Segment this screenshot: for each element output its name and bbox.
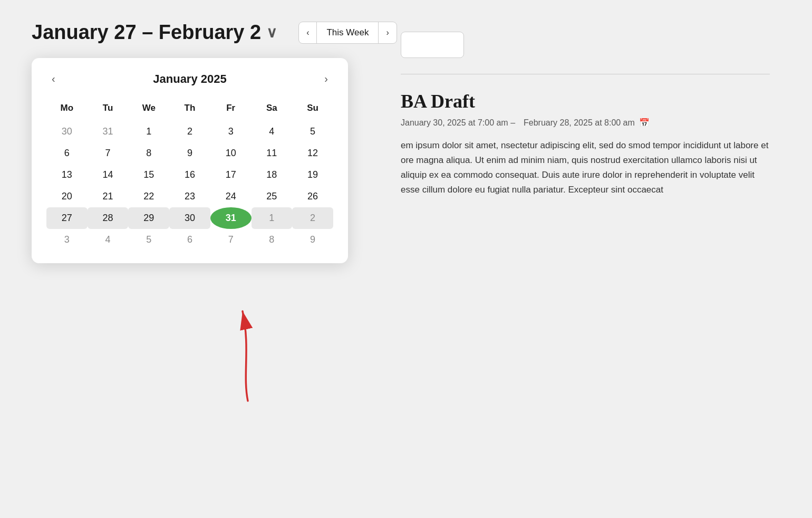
chevron-down-icon[interactable]: ∨ [266,24,277,41]
calendar-day[interactable]: 10 [210,142,252,164]
date-range-title: January 27 – February 2 ∨ [32,21,277,44]
calendar-day[interactable]: 31 [88,121,129,142]
calendar-day[interactable]: 30 [169,207,210,229]
calendar-day[interactable]: 1 [128,121,169,142]
calendar-day[interactable]: 2 [169,121,210,142]
header-row: January 27 – February 2 ∨ ‹ This Week › [32,21,780,44]
event-date-end: February 28, 2025 at 8:00 am [524,118,635,128]
calendar-day[interactable]: 18 [252,164,293,186]
calendar-day[interactable]: 13 [46,164,88,186]
calendar-icon: 📅 [639,118,650,128]
calendar-day[interactable]: 31 [210,207,252,229]
calendar-day[interactable]: 17 [210,164,252,186]
calendar-week-5: 3456789 [46,229,333,251]
calendar-day[interactable]: 26 [292,186,333,207]
next-week-button[interactable]: › [379,23,396,43]
calendar-day[interactable]: 6 [169,229,210,251]
calendar-day[interactable]: 29 [128,207,169,229]
calendar-month-title: January 2025 [153,72,226,86]
calendar-week-3: 20212223242526 [46,186,333,207]
day-header-su: Su [292,99,333,121]
calendar-day[interactable]: 12 [292,142,333,164]
divider [401,74,770,74]
calendar-day[interactable]: 25 [252,186,293,207]
calendar-week-1: 6789101112 [46,142,333,164]
week-nav: ‹ This Week › [298,22,397,44]
calendar-day[interactable]: 28 [88,207,129,229]
date-range-text: January 27 – February 2 [32,21,261,44]
calendar-day[interactable]: 5 [128,229,169,251]
calendar-day[interactable]: 3 [46,229,88,251]
calendar-day[interactable]: 15 [128,164,169,186]
calendar-day[interactable]: 9 [169,142,210,164]
calendar-day[interactable]: 1 [252,207,293,229]
calendar-day[interactable]: 8 [252,229,293,251]
calendar-day[interactable]: 21 [88,186,129,207]
day-header-fr: Fr [210,99,252,121]
calendar-day[interactable]: 2 [292,207,333,229]
this-week-label: This Week [316,22,379,43]
calendar-day-headers: Mo Tu We Th Fr Sa Su [46,99,333,121]
calendar-grid: Mo Tu We Th Fr Sa Su 3031123456789101112… [46,99,333,251]
calendar-day[interactable]: 16 [169,164,210,186]
calendar-week-0: 303112345 [46,121,333,142]
calendar-day[interactable]: 23 [169,186,210,207]
calendar-day[interactable]: 27 [46,207,88,229]
calendar-day[interactable]: 30 [46,121,88,142]
calendar-prev-button[interactable]: ‹ [46,71,61,87]
calendar-day[interactable]: 4 [88,229,129,251]
calendar-day[interactable]: 20 [46,186,88,207]
right-panel: BA Draft January 30, 2025 at 7:00 am – F… [380,21,791,208]
calendar-header: ‹ January 2025 › [46,71,333,87]
event-date: January 30, 2025 at 7:00 am – February 2… [401,118,770,128]
calendar-day[interactable]: 7 [88,142,129,164]
calendar-next-button[interactable]: › [319,71,333,87]
calendar-day[interactable]: 4 [252,121,293,142]
event-date-start: January 30, 2025 at 7:00 am – [401,118,515,128]
calendar-day[interactable]: 11 [252,142,293,164]
calendar-day[interactable]: 9 [292,229,333,251]
calendar-day[interactable]: 19 [292,164,333,186]
day-header-tu: Tu [88,99,129,121]
calendar-week-4: 272829303112 [46,207,333,229]
calendar-day[interactable]: 7 [210,229,252,251]
arrow-annotation [200,295,306,414]
day-header-sa: Sa [252,99,293,121]
calendar-day[interactable]: 6 [46,142,88,164]
calendar-week-2: 13141516171819 [46,164,333,186]
day-header-we: We [128,99,169,121]
prev-week-button[interactable]: ‹ [299,23,316,43]
event-title: BA Draft [401,90,770,112]
event-description: em ipsum dolor sit amet, nsectetur adipi… [401,138,770,197]
calendar-day[interactable]: 14 [88,164,129,186]
calendar-day[interactable]: 8 [128,142,169,164]
day-header-mo: Mo [46,99,88,121]
calendar-day[interactable]: 5 [292,121,333,142]
calendar-day[interactable]: 24 [210,186,252,207]
calendar-day[interactable]: 22 [128,186,169,207]
calendar-day[interactable]: 3 [210,121,252,142]
day-header-th: Th [169,99,210,121]
calendar-popup: ‹ January 2025 › Mo Tu We Th Fr Sa Su 30… [32,58,348,263]
